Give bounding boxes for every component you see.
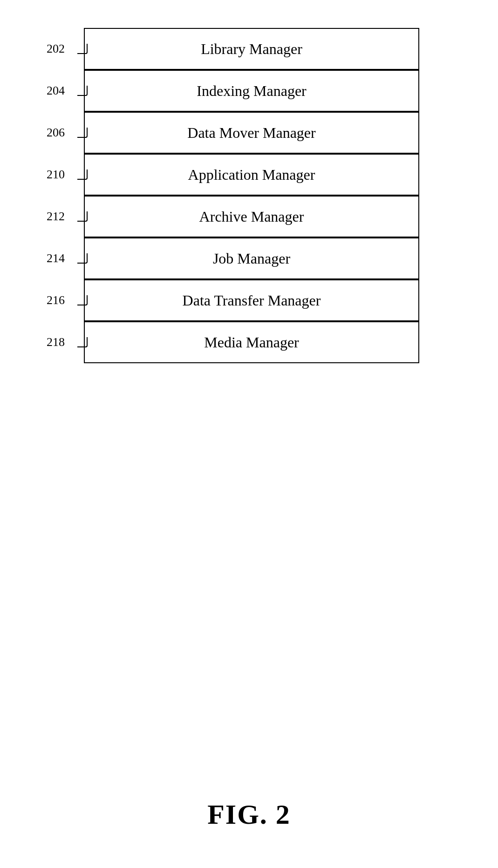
block-row-202: 202Library Manager	[47, 28, 419, 70]
block-box-202: Library Manager	[84, 28, 419, 70]
block-row-214: 214Job Manager	[47, 237, 419, 279]
block-row-206: 206Data Mover Manager	[47, 112, 419, 154]
block-id-218: 218	[47, 335, 84, 349]
block-id-204: 204	[47, 84, 84, 98]
block-id-206: 206	[47, 126, 84, 140]
block-id-214: 214	[47, 251, 84, 265]
block-row-212: 212Archive Manager	[47, 196, 419, 237]
block-box-210: Application Manager	[84, 154, 419, 196]
diagram-container: 202Library Manager204Indexing Manager206…	[47, 28, 419, 363]
block-text-204: Indexing Manager	[197, 82, 306, 100]
block-text-218: Media Manager	[204, 334, 299, 351]
block-text-210: Application Manager	[188, 166, 315, 183]
block-box-212: Archive Manager	[84, 196, 419, 237]
block-id-210: 210	[47, 168, 84, 182]
block-box-204: Indexing Manager	[84, 70, 419, 112]
block-box-206: Data Mover Manager	[84, 112, 419, 154]
block-text-206: Data Mover Manager	[187, 124, 315, 142]
block-box-218: Media Manager	[84, 321, 419, 363]
block-row-216: 216Data Transfer Manager	[47, 279, 419, 321]
block-text-212: Archive Manager	[199, 208, 304, 225]
block-id-212: 212	[47, 210, 84, 224]
block-id-202: 202	[47, 42, 84, 56]
block-id-216: 216	[47, 293, 84, 307]
block-text-202: Library Manager	[201, 41, 302, 58]
block-row-210: 210Application Manager	[47, 154, 419, 196]
block-text-214: Job Manager	[213, 250, 290, 267]
block-box-214: Job Manager	[84, 237, 419, 279]
figure-label: FIG. 2	[207, 799, 291, 831]
block-row-218: 218Media Manager	[47, 321, 419, 363]
block-text-216: Data Transfer Manager	[183, 292, 321, 309]
block-row-204: 204Indexing Manager	[47, 70, 419, 112]
block-box-216: Data Transfer Manager	[84, 279, 419, 321]
